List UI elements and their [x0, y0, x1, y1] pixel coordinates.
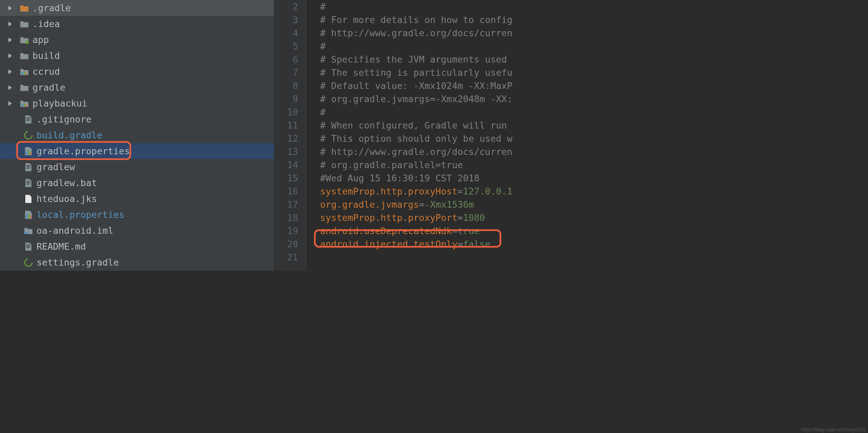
- code-token: true: [457, 226, 479, 236]
- text-file-icon: [24, 242, 33, 251]
- tree-item--idea[interactable]: .idea: [0, 16, 274, 32]
- tree-label: local.properties: [37, 209, 124, 220]
- tree-label: hteduoa.jks: [37, 193, 97, 204]
- code-line-9[interactable]: # org.gradle.jvmargs=-Xmx2048m -XX:: [320, 92, 868, 106]
- tree-label: gradle.properties: [37, 146, 130, 156]
- line-number: 7: [274, 66, 298, 79]
- tree-item-gradlew[interactable]: gradlew: [0, 159, 274, 175]
- tree-item-build-gradle[interactable]: build.gradle: [0, 127, 274, 143]
- tree-item-build[interactable]: build: [0, 48, 274, 64]
- expand-arrow-icon[interactable]: [7, 5, 14, 12]
- svg-point-10: [25, 132, 32, 139]
- line-number: 16: [274, 185, 298, 198]
- tree-item-gradle[interactable]: gradle: [0, 79, 274, 95]
- expand-arrow-icon[interactable]: [7, 84, 14, 91]
- code-line-11[interactable]: # When configured, Gradle will run: [320, 119, 868, 132]
- code-token: # org.gradle.parallel=true: [320, 160, 463, 170]
- editor-panel: 23456789101112131415161718192021 ## For …: [274, 0, 868, 271]
- tree-item-gradle-properties[interactable]: gradle.properties: [0, 143, 274, 159]
- code-line-19[interactable]: android.useDeprecatedNdk=true: [320, 224, 868, 237]
- folder-orange-icon: [20, 3, 29, 13]
- code-line-5[interactable]: #: [320, 40, 868, 53]
- tree-label: .gitignore: [37, 114, 92, 124]
- tree-label: README.md: [37, 241, 86, 252]
- svg-rect-15: [26, 166, 30, 167]
- code-token: # The setting is particularly usefu: [320, 67, 512, 78]
- code-line-17[interactable]: org.gradle.jvmargs=-Xmx1536m: [320, 198, 868, 211]
- module-bars-icon: [20, 67, 29, 76]
- code-line-13[interactable]: # http://www.gradle.org/docs/curren: [320, 145, 868, 158]
- svg-rect-8: [26, 119, 30, 119]
- folder-gray-icon: [20, 83, 29, 92]
- line-number: 18: [274, 211, 298, 224]
- code-line-14[interactable]: # org.gradle.parallel=true: [320, 158, 868, 172]
- svg-rect-14: [26, 165, 30, 166]
- tree-label: gradle: [32, 82, 66, 93]
- svg-rect-12: [28, 150, 29, 155]
- code-line-2[interactable]: #: [320, 0, 868, 13]
- tree-label: gradlew: [37, 162, 75, 172]
- code-line-6[interactable]: # Specifies the JVM arguments used: [320, 53, 868, 66]
- tree-label: app: [32, 35, 49, 45]
- tree-item--gradle[interactable]: .gradle: [0, 0, 274, 16]
- code-token: # http://www.gradle.org/docs/curren: [320, 146, 512, 157]
- code-area[interactable]: ## For more details on how to config# ht…: [306, 0, 868, 271]
- code-token: #Wed Aug 15 16:30:19 CST 2018: [320, 173, 479, 183]
- code-token: -Xmx1536m: [425, 199, 474, 210]
- code-line-20[interactable]: android.injected.testOnly=false: [320, 237, 868, 251]
- tree-item-app[interactable]: app: [0, 32, 274, 48]
- svg-rect-1: [22, 72, 23, 75]
- tree-item-settings-gradle[interactable]: settings.gradle: [0, 254, 274, 270]
- svg-rect-13: [30, 152, 31, 155]
- code-line-8[interactable]: # Default value: -Xmx1024m -XX:MaxP: [320, 79, 868, 92]
- line-number: 11: [274, 119, 298, 132]
- code-token: #: [320, 107, 326, 117]
- code-line-18[interactable]: systemProp.http.proxyPort=1080: [320, 211, 868, 224]
- expand-arrow-icon[interactable]: [7, 68, 14, 75]
- code-token: # This option should only be used w: [320, 133, 512, 144]
- code-line-10[interactable]: #: [320, 106, 868, 119]
- tree-item-ccrud[interactable]: ccrud: [0, 64, 274, 79]
- code-line-16[interactable]: systemProp.http.proxyHost=127.0.0.1: [320, 185, 868, 198]
- code-token: # org.gradle.jvmargs=-Xmx2048m -XX:: [320, 94, 512, 104]
- svg-rect-2: [24, 71, 25, 75]
- line-number: 6: [274, 53, 298, 66]
- svg-rect-17: [26, 181, 30, 182]
- code-token: # Default value: -Xmx1024m -XX:MaxP: [320, 81, 512, 91]
- line-number: 3: [274, 13, 298, 26]
- tree-item-playbackui[interactable]: playbackui: [0, 95, 274, 111]
- code-line-21[interactable]: [320, 251, 868, 264]
- tree-item-hteduoa-jks[interactable]: hteduoa.jks: [0, 191, 274, 207]
- code-line-7[interactable]: # The setting is particularly usefu: [320, 66, 868, 79]
- text-file-icon: [24, 178, 33, 188]
- svg-rect-25: [26, 246, 30, 247]
- iml-file-icon: [24, 226, 33, 235]
- svg-rect-4: [22, 104, 23, 107]
- line-number: 8: [274, 79, 298, 92]
- line-number: 21: [274, 251, 298, 264]
- project-tree[interactable]: .gradle.ideaappbuildccrudgradleplaybacku…: [0, 0, 274, 271]
- code-line-3[interactable]: # For more details on how to config: [320, 13, 868, 26]
- module-icon: [20, 35, 29, 45]
- tree-item-README-md[interactable]: README.md: [0, 238, 274, 254]
- expand-arrow-icon[interactable]: [7, 21, 14, 27]
- svg-rect-18: [26, 182, 30, 183]
- tree-item-gradlew-bat[interactable]: gradlew.bat: [0, 175, 274, 191]
- code-line-12[interactable]: # This option should only be used w: [320, 132, 868, 145]
- blank-file-icon: [24, 194, 33, 204]
- expand-arrow-icon[interactable]: [7, 37, 14, 43]
- code-token: # When configured, Gradle will run: [320, 120, 512, 131]
- editor-gutter: 23456789101112131415161718192021: [274, 0, 306, 271]
- code-token: systemProp.http.proxyHost: [320, 186, 457, 197]
- code-line-15[interactable]: #Wed Aug 15 16:30:19 CST 2018: [320, 172, 868, 185]
- expand-arrow-icon[interactable]: [7, 52, 14, 59]
- module-bars-icon: [20, 99, 29, 108]
- tree-item-local-properties[interactable]: local.properties: [0, 207, 274, 223]
- line-number: 15: [274, 172, 298, 185]
- tree-item-oa-android-iml[interactable]: oa-android.iml: [0, 223, 274, 238]
- tree-item--gitignore[interactable]: .gitignore: [0, 111, 274, 127]
- svg-point-27: [25, 259, 32, 266]
- code-line-4[interactable]: # http://www.gradle.org/docs/curren: [320, 26, 868, 40]
- code-token: false: [463, 239, 490, 249]
- expand-arrow-icon[interactable]: [7, 100, 14, 107]
